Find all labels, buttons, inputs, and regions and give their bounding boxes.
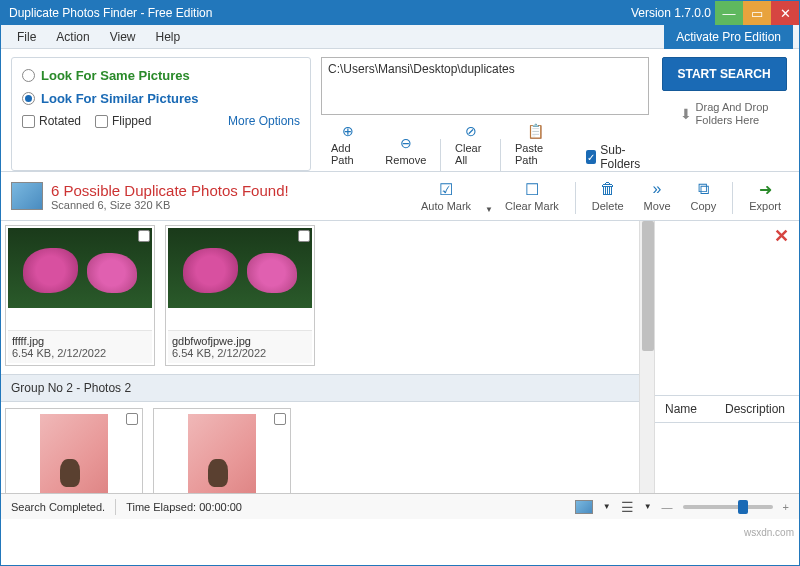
radio-icon xyxy=(22,69,35,82)
zoom-slider[interactable] xyxy=(683,505,773,509)
close-panel-button[interactable]: ✕ xyxy=(655,221,799,251)
group-header: Group No 2 - Photos 2 xyxy=(1,374,639,402)
details-pane: ✕ Name Description xyxy=(655,221,799,493)
checkbox-icon: ☑ xyxy=(436,180,456,198)
minimize-button[interactable]: — xyxy=(715,1,743,25)
remove-path-button[interactable]: ⊖Remove xyxy=(375,131,436,171)
filename: gdbfwofjpwe.jpg xyxy=(172,335,308,347)
time-elapsed-label: Time Elapsed: xyxy=(126,501,196,513)
maximize-button[interactable]: ▭ xyxy=(743,1,771,25)
result-subtext: Scanned 6, Size 320 KB xyxy=(51,199,289,211)
menu-view[interactable]: View xyxy=(100,30,146,44)
thumbnail-card[interactable] xyxy=(153,408,291,493)
select-checkbox[interactable] xyxy=(126,413,138,425)
thumbnail-card[interactable]: fffff.jpg 6.54 KB, 2/12/2022 xyxy=(5,225,155,366)
menu-bar: File Action View Help Activate Pro Editi… xyxy=(1,25,799,49)
result-headline: 6 Possible Duplicate Photos Found! xyxy=(51,182,289,199)
checkbox-flipped[interactable]: Flipped xyxy=(95,114,151,128)
download-icon: ⬇ xyxy=(680,106,692,123)
radio-same-pictures[interactable]: Look For Same Pictures xyxy=(22,68,300,83)
delete-button[interactable]: 🗑Delete xyxy=(584,178,632,214)
menu-help[interactable]: Help xyxy=(146,30,191,44)
list-view-button[interactable]: ☰ xyxy=(621,499,634,515)
thumbnail-pane: fffff.jpg 6.54 KB, 2/12/2022 gdbfwofjpwe… xyxy=(1,221,639,493)
drag-drop-hint: ⬇ Drag And DropFolders Here xyxy=(680,101,769,127)
path-list[interactable]: C:\Users\Mansi\Desktop\duplicates xyxy=(321,57,649,115)
select-checkbox[interactable] xyxy=(298,230,310,242)
checkbox-subfolders[interactable]: ✓ Sub-Folders xyxy=(586,143,649,171)
status-bar: Search Completed. Time Elapsed: 00:00:00… xyxy=(1,493,799,519)
title-bar: Duplicate Photos Finder - Free Edition V… xyxy=(1,1,799,25)
activate-pro-button[interactable]: Activate Pro Edition xyxy=(664,25,793,49)
thumbnail-card[interactable] xyxy=(5,408,143,493)
checkmark-icon: ✓ xyxy=(586,150,596,164)
close-button[interactable]: ✕ xyxy=(771,1,799,25)
file-meta: 6.54 KB, 2/12/2022 xyxy=(172,347,308,359)
move-button[interactable]: »Move xyxy=(636,178,679,214)
version-label: Version 1.7.0.0 xyxy=(631,6,715,20)
photo-thumbnail xyxy=(188,414,256,493)
file-meta: 6.54 KB, 2/12/2022 xyxy=(12,347,148,359)
dropdown-icon[interactable]: ▼ xyxy=(485,205,493,214)
chevron-down-icon[interactable]: ▼ xyxy=(644,502,652,511)
chevron-down-icon[interactable]: ▼ xyxy=(603,502,611,511)
menu-action[interactable]: Action xyxy=(46,30,99,44)
start-search-button[interactable]: START SEARCH xyxy=(662,57,787,91)
photo-thumbnail xyxy=(40,414,108,493)
photos-icon xyxy=(11,182,43,210)
details-col-name: Name xyxy=(665,402,725,416)
menu-file[interactable]: File xyxy=(7,30,46,44)
export-button[interactable]: ➜Export xyxy=(741,178,789,214)
move-icon: » xyxy=(647,180,667,198)
search-options-panel: Look For Same Pictures Look For Similar … xyxy=(11,57,311,171)
watermark: wsxdn.com xyxy=(744,527,794,538)
auto-mark-button[interactable]: ☑Auto Mark xyxy=(413,178,479,214)
add-path-button[interactable]: ⊕Add Path xyxy=(321,119,375,171)
trash-icon: 🗑 xyxy=(598,180,618,198)
plus-icon: ⊕ xyxy=(339,122,357,140)
result-bar: 6 Possible Duplicate Photos Found! Scann… xyxy=(1,172,799,221)
clear-icon: ⊘ xyxy=(462,122,480,140)
copy-icon: ⧉ xyxy=(693,180,713,198)
select-checkbox[interactable] xyxy=(274,413,286,425)
more-options-link[interactable]: More Options xyxy=(228,114,300,128)
clear-all-button[interactable]: ⊘Clear All xyxy=(445,119,496,171)
export-icon: ➜ xyxy=(755,180,775,198)
checkbox-rotated[interactable]: Rotated xyxy=(22,114,81,128)
app-title: Duplicate Photos Finder - Free Edition xyxy=(9,6,212,20)
copy-button[interactable]: ⧉Copy xyxy=(683,178,725,214)
status-text: Search Completed. xyxy=(11,501,105,513)
square-icon: ☐ xyxy=(522,180,542,198)
radio-similar-pictures[interactable]: Look For Similar Pictures xyxy=(22,91,300,106)
minus-icon: ⊖ xyxy=(397,134,415,152)
filename: fffff.jpg xyxy=(12,335,148,347)
scrollbar[interactable] xyxy=(639,221,655,493)
select-checkbox[interactable] xyxy=(138,230,150,242)
thumbnail-card[interactable]: gdbfwofjpwe.jpg 6.54 KB, 2/12/2022 xyxy=(165,225,315,366)
thumbnail-view-button[interactable] xyxy=(575,500,593,514)
paste-path-button[interactable]: 📋Paste Path xyxy=(505,119,566,171)
clipboard-icon: 📋 xyxy=(526,122,544,140)
clear-mark-button[interactable]: ☐Clear Mark xyxy=(497,178,567,214)
details-col-desc: Description xyxy=(725,402,785,416)
time-elapsed-value: 00:00:00 xyxy=(199,501,242,513)
radio-icon xyxy=(22,92,35,105)
